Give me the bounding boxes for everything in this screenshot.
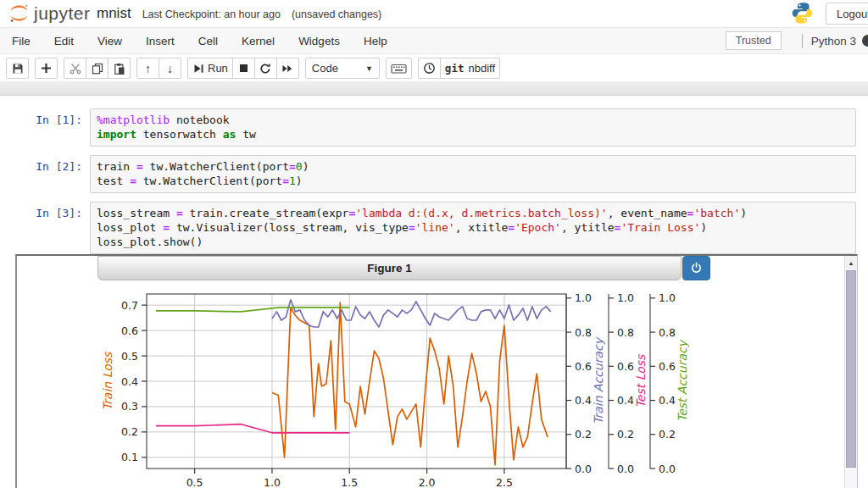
python-logo-icon [791,2,814,25]
right-axis-tick-label: 0.2 [659,428,676,441]
code-cell[interactable]: In [1]:%matplotlib notebook import tenso… [0,108,856,147]
code-cell[interactable]: In [3]:loss_stream = train.create_stream… [0,202,856,254]
figure-title[interactable]: Figure 1 [97,256,682,280]
insert-cell-below-button[interactable] [35,58,58,79]
kernel-indicator-icon [862,35,868,47]
app-name: jupyter [34,3,91,24]
menu-widgets[interactable]: Widgets [287,29,352,53]
jupyter-notebook-window: jupyter mnist Last Checkpoint: an hour a… [0,0,868,488]
clock-icon [423,62,436,75]
move-cell-up-button[interactable]: ↑ [136,58,159,79]
x-axis-tick-label: 0.5 [186,476,203,488]
save-button[interactable] [6,58,29,79]
checkpoint-status: Last Checkpoint: an hour ago [142,8,281,20]
figure-close-power-button[interactable] [682,256,710,280]
jupyter-logo[interactable]: jupyter [8,3,91,24]
figure-canvas[interactable]: 0.10.20.30.40.50.60.70.51.01.52.02.5Trai… [17,280,843,488]
cell-prompt: In [3]: [0,202,90,254]
header-shadow-strip [0,81,868,96]
left-axis-tick-label: 0.2 [121,425,138,438]
logout-button[interactable]: Logout [826,3,868,25]
move-cell-down-button[interactable]: ↓ [159,58,181,79]
chart-line-test_accuracy [156,308,349,312]
notebook-cells: In [1]:%matplotlib notebook import tenso… [0,108,856,263]
right-axis-tick-label: 0.4 [575,394,592,407]
x-axis-tick-label: 2.0 [419,476,436,488]
code-cell[interactable]: In [2]:train = tw.WatcherClient(port=0) … [0,155,856,193]
paste-cells-button[interactable] [108,58,131,79]
nbdiff-label: nbdiff [468,62,495,75]
right-axis-tick-label: 0.8 [617,326,634,339]
right-axis-tick-label: 0.8 [575,326,592,339]
run-icon [192,63,204,75]
clock-button[interactable] [418,58,441,79]
scrollbar-thumb[interactable] [846,270,856,468]
right-axis-tick-label: 0.0 [575,463,592,475]
title-area: mnist Last Checkpoint: an hour ago (unsa… [97,5,381,22]
chart-line-train_accuracy [272,300,551,327]
cell-type-value: Code [312,62,338,75]
left-axis-tick-label: 0.3 [121,400,138,413]
copy-icon [92,63,103,75]
left-axis-tick-label: 0.6 [121,324,138,337]
refresh-icon [259,63,271,75]
output-scrollbar[interactable]: ▲ [844,256,857,488]
run-label: Run [208,62,228,75]
x-axis-tick-label: 1.5 [341,476,358,488]
menu-view[interactable]: View [86,29,134,53]
fast-forward-icon [281,63,293,75]
scrollbar-up-arrow[interactable]: ▲ [845,256,857,269]
right-axis-tick-label: 0.0 [659,463,676,475]
cell-type-select[interactable]: Code ▼ [305,58,380,79]
cut-cells-button[interactable] [64,58,86,79]
kernel-separator [802,34,803,48]
arrow-down-icon: ↓ [167,63,173,75]
menu-cell[interactable]: Cell [186,29,230,53]
jupyter-icon [8,3,30,24]
trusted-badge[interactable]: Trusted [726,31,782,50]
figure-output-area: Figure 1 0.10.20.30.40.50.60.70.51.01.52… [15,254,858,488]
command-palette-button[interactable] [386,58,412,79]
right-axis-tick-label: 0.2 [617,428,634,441]
caret-down-icon: ▼ [365,64,373,73]
right-axis-tick-label: 0.6 [617,360,634,373]
cell-input[interactable]: train = tw.WatcherClient(port=0) test = … [90,155,856,193]
menu-edit[interactable]: Edit [42,29,86,53]
cell-input[interactable]: %matplotlib notebook import tensorwatch … [90,108,856,147]
notebook-title[interactable]: mnist [97,5,131,22]
figure-titlebar: Figure 1 [97,256,710,280]
unsaved-changes-status: (unsaved changes) [292,8,381,20]
chart-line-test_loss [156,424,349,433]
notebook-header: jupyter mnist Last Checkpoint: an hour a… [0,0,868,27]
plus-icon [41,63,52,74]
left-axis-tick-label: 0.1 [121,451,138,463]
right-axis-tick-label: 0.4 [659,394,676,407]
arrow-up-icon: ↑ [145,63,151,75]
right-axis-tick-label: 0.2 [575,428,592,441]
right-axis-tick-label: 0.8 [659,326,676,339]
right-axis-tick-label: 0.0 [617,463,634,475]
scissors-icon [70,63,81,75]
right-axis-tick-label: 1.0 [575,291,592,304]
menu-insert[interactable]: Insert [134,29,186,53]
restart-kernel-button[interactable] [254,58,277,79]
menu-help[interactable]: Help [352,29,399,53]
copy-cells-button[interactable] [86,58,108,79]
save-icon [12,63,24,75]
menu-file[interactable]: File [0,29,42,53]
x-axis-tick-label: 2.5 [496,476,513,488]
git-nbdiff-button[interactable]: gitnbdiff [440,58,500,79]
left-axis-tick-label: 0.5 [121,350,138,363]
menu-kernel[interactable]: Kernel [230,29,287,53]
restart-run-all-button[interactable] [276,58,299,79]
toolbar: ↑ ↓ Run Code ▼ [0,55,868,81]
right-axis-title: Test Loss [634,353,648,408]
menubar-right: Trusted Python 3 [726,28,868,53]
interrupt-kernel-button[interactable] [232,58,255,79]
left-axis-title: Train Loss [101,351,114,410]
run-button[interactable]: Run [187,58,233,79]
cell-prompt: In [1]: [0,108,90,147]
kernel-name: Python 3 [811,35,856,47]
x-axis-tick-label: 1.0 [264,476,281,488]
cell-input[interactable]: loss_stream = train.create_stream(expr='… [90,202,856,254]
